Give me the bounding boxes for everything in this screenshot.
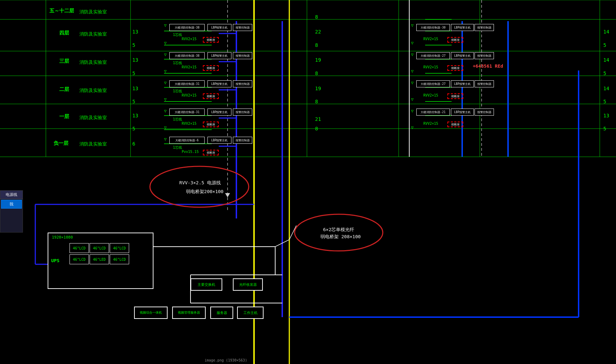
device-box-r-f4-main: 大楼消防控制器-30: [416, 24, 450, 31]
num-5-f4fr: 5: [603, 42, 606, 48]
device-box-f1-alarm: 报警控制器: [233, 109, 252, 116]
connector-f4-top: ▽: [164, 23, 167, 28]
device-box-r-f3-alarm: 报警控制器: [475, 52, 494, 59]
device-box-f3-alarm: 报警控制器: [233, 52, 252, 59]
connector-f3-bot: ▽: [164, 69, 167, 74]
num-5-f2fr: 5: [603, 99, 606, 104]
device-box-f3-main: 大楼消防控制器-38: [169, 52, 205, 59]
svg-line-56: [289, 226, 296, 240]
device-box-r-f4-lbp: LBP报警主机: [451, 24, 474, 31]
device-box-f4-lbp: LBP报警主机: [207, 24, 231, 31]
rvv-label-f4: RVV2×15: [182, 37, 197, 41]
ellipse2-text-line1: 6×2芯单模光纤: [300, 227, 378, 233]
num-14-f3fr: 14: [603, 57, 609, 63]
floor-label-2: 二层: [59, 86, 69, 93]
device-box-r-f2-lbp: LBP报警主机: [451, 80, 474, 87]
fuse-label-f2: 熔断座: [203, 93, 219, 99]
num-19-f3r: 19: [315, 57, 321, 63]
device-video-mgr: 视频管理服务器: [172, 307, 206, 319]
num-13-f3: 13: [132, 57, 138, 63]
lcd-cell-6: 46"LCD: [110, 254, 129, 264]
num-19-f2r: 19: [315, 86, 321, 91]
rvv-label-f3: RVV2×15: [182, 65, 197, 69]
connector-f2-bot: ▽: [164, 97, 167, 102]
fuse-label-r-f1: 熔断座: [447, 122, 463, 127]
ups-main-box: 1920×1080 UPS 46"LCD 46"LCD 46"LCD 46"LC…: [48, 233, 153, 289]
rvv-label-r-f1: RVV2×15: [423, 122, 438, 125]
room-label-1: 消防及实验室: [79, 115, 107, 121]
device-fiber: 光纤收发器: [233, 278, 263, 291]
svg-point-54: [150, 166, 249, 207]
ellipse2-text-line2: 弱电桥架 208×100: [302, 234, 379, 240]
num-5-f1fr: 5: [603, 126, 606, 131]
rvv-label-r-f2: RVV2×15: [423, 93, 438, 97]
connector-r-f4-top: ▽: [411, 23, 413, 28]
main-canvas: 五～十二层 消防及实验室 四层 消防及实验室 三层 消防及实验室 二层 消防及实…: [0, 0, 616, 364]
ellipse1-text-line2: 弱电桥架200×100: [162, 189, 247, 195]
fuse-label-r-f3: 熔断座: [447, 65, 463, 71]
room-label-b1: 消防及实验室: [79, 141, 107, 147]
room-label-4: 消防及实验室: [79, 31, 107, 37]
device-box-r-f3-lbp: LBP报警主机: [451, 52, 474, 59]
fuse-label-f4: 熔断座: [203, 37, 219, 43]
device-video-int: 视频综合一体机: [134, 307, 168, 319]
lcd-cell-3: 46"LCD: [110, 243, 129, 253]
num-14-f2fr: 14: [603, 86, 609, 91]
num-21-f1r: 21: [315, 116, 321, 122]
device-box-f4-alarm: 报警控制器: [233, 24, 252, 31]
connector-b1: ▽: [164, 137, 167, 142]
connector-r-f3-top: ▽: [411, 52, 413, 57]
sidebar-btn[interactable]: 我: [1, 200, 22, 209]
connector-r-f3-bot: ▽: [411, 69, 413, 74]
connector-f2-top: ▽: [164, 80, 167, 85]
fuse-label-r-f2: 熔断座: [447, 93, 463, 99]
fuse-label-f3: 熔断座: [203, 65, 219, 71]
connector-r-f2-top: ▽: [411, 80, 413, 85]
device-box-r-f1-main: 大楼消防控制器-21: [416, 109, 450, 116]
num-13-f1fr: 13: [603, 113, 609, 118]
ups-label: UPS: [51, 258, 59, 263]
floor-label-5-12: 五～十二层: [49, 8, 74, 14]
device-box-b1-alarm: 报警控制器: [233, 137, 252, 144]
lcd-cell-4: 46"LCD: [70, 254, 89, 264]
device-workstation: 工作主机: [237, 307, 264, 319]
num-8-f1r: 8: [315, 126, 318, 131]
device-box-r-f3-main: 大楼消防控制器-27: [416, 52, 450, 59]
lcd-cell-1: 46"LCD: [70, 243, 89, 253]
device-box-f1-lbp: LBP报警主机: [207, 109, 231, 116]
smalltext-b1: 1芯线: [173, 145, 182, 150]
fuse-label-b1: 熔断座: [203, 150, 219, 155]
device-box-r-f2-alarm: 报警控制器: [475, 80, 494, 87]
device-server: 服务器: [210, 307, 233, 319]
device-box-r-f1-lbp: LBP报警主机: [451, 109, 474, 116]
num-5-f2: 5: [132, 99, 135, 104]
sidebar-title: 电源线: [0, 191, 23, 199]
rvv-label-r-f3: RVV2×15: [423, 65, 438, 69]
device-box-f2-alarm: 报警控制器: [233, 80, 252, 87]
device-box-b1-lbp: LBP报警主机: [207, 137, 231, 144]
connector-f1-top: ▽: [164, 109, 167, 113]
num-14-f4fr: 14: [603, 29, 609, 35]
left-sidebar-panel: 电源线 我: [0, 190, 23, 233]
connector-r-f1-top: ▽: [411, 109, 413, 113]
device-box-b1-main: 大楼消防控制器-6: [169, 137, 205, 144]
device-box-r-f4-alarm: 报警控制器: [475, 24, 494, 31]
fuse-label-r-f4: 熔断座: [447, 37, 463, 43]
device-box-r-f2-main: 大楼消防控制器-27: [416, 80, 450, 87]
num-5-f3: 5: [132, 70, 135, 76]
num-22-f4r: 22: [315, 29, 321, 35]
connector-r-f2-bot: ▽: [411, 97, 413, 102]
device-box-r-f1-alarm: 报警控制器: [475, 109, 494, 116]
ellipse1-text-line1: RVV-3×2.5 电源线: [158, 180, 242, 186]
device-switcher: 主要交换机: [191, 278, 222, 291]
smalltext-f3-top: 1芯线: [173, 61, 182, 66]
floor-label-4: 四层: [59, 30, 69, 36]
device-box-f4-main: 大楼消防控制器-38: [169, 24, 205, 31]
connector-f1-bot: ▽: [164, 125, 167, 130]
device-box-f2-lbp: LBP报警主机: [207, 80, 231, 87]
connector-r-f1-bot: ▽: [411, 125, 413, 130]
connector-r-f4-bot: ▽: [411, 41, 413, 45]
device-box-f1-main: 大楼消防控制器-31: [169, 109, 205, 116]
resolution-label: 1920×1080: [52, 235, 73, 240]
num-5-f3fr: 5: [603, 70, 606, 76]
